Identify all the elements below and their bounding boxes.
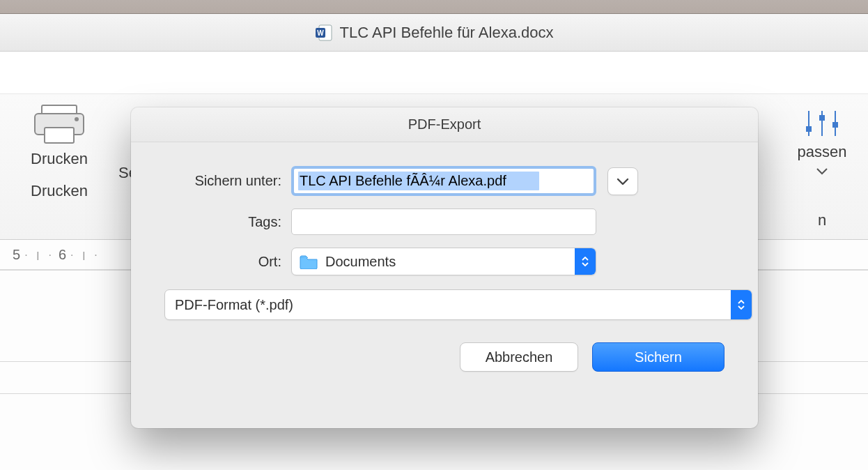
svg-rect-6 [45,128,74,143]
folder-icon [299,254,318,269]
filename-field-wrap [291,166,596,196]
save-button-label: Sichern [635,349,682,365]
tags-input[interactable] [291,209,596,235]
macos-menubar-fragment [0,0,868,14]
svg-point-5 [75,117,79,121]
tags-label: Tags: [152,214,291,230]
window-title: TLC API Befehle für Alexa.docx [340,24,554,42]
ribbon-print-label[interactable]: Drucken [31,150,88,168]
location-label: Ort: [152,254,291,270]
pdf-export-dialog: PDF-Export Sichern unter: Tags: [131,107,758,428]
ruler-number: 6 [59,247,66,263]
filename-input[interactable] [295,170,592,192]
ribbon-truncated-right-2: n [818,211,826,229]
ribbon-truncated-right: passen [798,143,847,161]
expand-save-panel-button[interactable] [607,167,638,195]
cancel-button-label: Abbrechen [486,349,553,365]
dialog-title: PDF-Export [131,107,758,142]
ribbon-print-group-caption: Drucken [31,182,88,200]
ribbon-right-group: passen n [780,108,864,174]
select-stepper-icon [731,290,752,319]
word-doc-icon: W [315,24,333,42]
window-titlebar: W TLC API Befehle für Alexa.docx [0,14,868,52]
ruler-number: 5 [13,247,20,263]
location-value: Documents [325,254,396,270]
chevron-down-icon[interactable] [816,165,828,174]
format-value: PDF-Format (*.pdf) [175,297,293,313]
format-select[interactable]: PDF-Format (*.pdf) [164,289,752,320]
select-stepper-icon [575,248,596,275]
save-button[interactable]: Sichern [592,342,724,372]
svg-text:W: W [317,29,324,37]
save-as-label: Sichern unter: [152,173,291,189]
ribbon-print-group: Drucken Drucken [0,101,118,200]
printer-icon[interactable] [32,104,86,144]
location-select[interactable]: Documents [291,248,596,275]
sliders-icon[interactable] [802,108,842,139]
svg-rect-10 [806,126,812,132]
svg-rect-12 [832,122,838,128]
svg-rect-11 [819,115,825,121]
cancel-button[interactable]: Abbrechen [460,342,578,372]
blank-strip [0,52,868,93]
